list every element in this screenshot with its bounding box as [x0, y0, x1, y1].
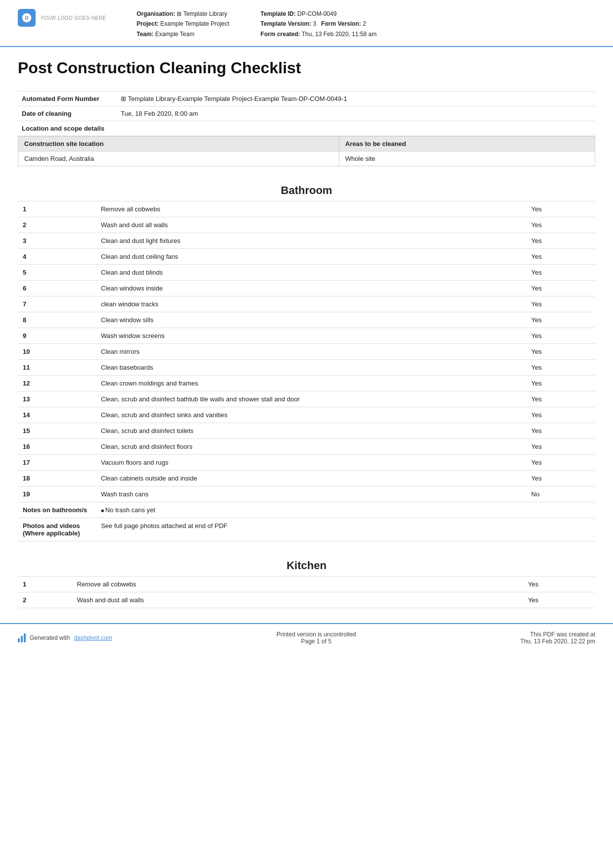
- form-created-label: Form created:: [261, 31, 302, 38]
- item-task: Wash trash cans: [96, 486, 526, 502]
- bathroom-item-row: 3 Clean and dust light fixtures Yes: [18, 233, 595, 249]
- header-meta: Organisation: ⊞ Template Library Project…: [137, 9, 595, 39]
- scope-table-wrap: Construction site location Areas to be c…: [18, 136, 595, 166]
- form-number-label: Automated Form Number: [18, 92, 117, 106]
- scope-location-value: Camden Road, Australia: [18, 151, 339, 166]
- item-task: Remove all cobwebs: [72, 577, 523, 592]
- info-table: Automated Form Number ⊞ Template Library…: [18, 91, 595, 136]
- item-number: 10: [18, 344, 96, 360]
- item-answer: Yes: [526, 423, 595, 439]
- bathroom-notes-value: No trash cans yet: [96, 502, 595, 518]
- logo-text: YOUR LOGO GOES HERE: [41, 15, 106, 21]
- bathroom-item-row: 15 Clean, scrub and disinfect toilets Ye…: [18, 423, 595, 439]
- bathroom-item-row: 8 Clean window sills Yes: [18, 312, 595, 328]
- footer-page: Page 1 of 5: [301, 638, 331, 645]
- footer-logo-bars: [18, 633, 26, 642]
- logo-icon: [18, 9, 36, 27]
- item-task: Wash and dust all walls: [72, 592, 523, 608]
- item-answer: Yes: [526, 328, 595, 344]
- form-number-value: ⊞ Template Library-Example Template Proj…: [117, 92, 595, 106]
- page-title: Post Construction Cleaning Checklist: [18, 59, 595, 82]
- bathroom-item-row: 18 Clean cabinets outside and inside Yes: [18, 471, 595, 486]
- footer-generated-text: Generated with: [30, 634, 70, 641]
- project-value: Example Template Project: [160, 20, 229, 27]
- item-task: Vacuum floors and rugs: [96, 455, 526, 471]
- item-answer: Yes: [523, 577, 595, 592]
- item-number: 7: [18, 296, 96, 312]
- item-number: 12: [18, 376, 96, 391]
- template-id-label: Template ID:: [261, 10, 297, 17]
- item-answer: Yes: [526, 281, 595, 296]
- header-meta-left: Organisation: ⊞ Template Library Project…: [137, 9, 229, 39]
- date-value: Tue, 18 Feb 2020, 8:00 am: [117, 106, 595, 121]
- scope-data-row: Camden Road, Australia Whole site: [18, 151, 595, 166]
- item-number: 19: [18, 486, 96, 502]
- project-label: Project:: [137, 20, 160, 27]
- scope-col-areas: Areas to be cleaned: [339, 137, 595, 151]
- scope-col-location: Construction site location: [18, 137, 339, 151]
- bathroom-photos-value: See full page photos attached at end of …: [96, 518, 595, 541]
- item-answer: Yes: [526, 233, 595, 249]
- team-label: Team:: [137, 31, 155, 38]
- item-number: 8: [18, 312, 96, 328]
- kitchen-item-row: 2 Wash and dust all walls Yes: [18, 592, 595, 608]
- item-number: 16: [18, 439, 96, 455]
- bathroom-checklist: 1 Remove all cobwebs Yes 2 Wash and dust…: [18, 201, 595, 541]
- footer-pdf-date: Thu, 13 Feb 2020, 12:22 pm: [520, 638, 595, 645]
- bathroom-photos-label: Photos and videos(Where applicable): [18, 518, 96, 541]
- item-answer: Yes: [526, 407, 595, 423]
- item-answer: Yes: [526, 360, 595, 376]
- item-answer: Yes: [526, 455, 595, 471]
- item-task: Clean and dust ceiling fans: [96, 249, 526, 265]
- item-task: Clean baseboards: [96, 360, 526, 376]
- bathroom-photos-row: Photos and videos(Where applicable) See …: [18, 518, 595, 541]
- item-task: Clean and dust blinds: [96, 265, 526, 281]
- item-number: 4: [18, 249, 96, 265]
- item-number: 2: [18, 592, 72, 608]
- bathroom-item-row: 4 Clean and dust ceiling fans Yes: [18, 249, 595, 265]
- bathroom-item-row: 7 clean window tracks Yes: [18, 296, 595, 312]
- form-created-value: Thu, 13 Feb 2020, 11:58 am: [302, 31, 377, 38]
- item-number: 1: [18, 201, 96, 217]
- info-row-location: Location and scope details: [18, 121, 595, 136]
- bathroom-item-row: 16 Clean, scrub and disinfect floors Yes: [18, 439, 595, 455]
- item-number: 6: [18, 281, 96, 296]
- template-version-value: 3: [313, 20, 316, 27]
- item-task: Clean cabinets outside and inside: [96, 471, 526, 486]
- item-task: Wash window screens: [96, 328, 526, 344]
- form-version-value: 2: [363, 20, 366, 27]
- item-task: Clean, scrub and disinfect floors: [96, 439, 526, 455]
- bathroom-item-row: 17 Vacuum floors and rugs Yes: [18, 455, 595, 471]
- kitchen-checklist: 1 Remove all cobwebs Yes 2 Wash and dust…: [18, 576, 595, 608]
- bar3: [24, 633, 26, 642]
- item-number: 15: [18, 423, 96, 439]
- scope-header-row: Construction site location Areas to be c…: [18, 137, 595, 151]
- item-number: 18: [18, 471, 96, 486]
- item-number: 13: [18, 391, 96, 407]
- team-value: Example Team: [155, 31, 194, 38]
- footer-link[interactable]: dashpivot.com: [74, 634, 112, 641]
- form-version-label: Form Version:: [321, 20, 363, 27]
- footer-center: Printed version is uncontrolled Page 1 o…: [277, 631, 356, 645]
- item-number: 9: [18, 328, 96, 344]
- footer-logo: [18, 633, 26, 642]
- bathroom-item-row: 11 Clean baseboards Yes: [18, 360, 595, 376]
- bathroom-item-row: 1 Remove all cobwebs Yes: [18, 201, 595, 217]
- bathroom-item-row: 10 Clean mirrors Yes: [18, 344, 595, 360]
- template-id-value: DP-COM-0049: [297, 10, 336, 17]
- item-task: Clean and dust light fixtures: [96, 233, 526, 249]
- item-answer: Yes: [526, 249, 595, 265]
- org-label: Organisation:: [137, 10, 177, 17]
- location-scope-label: Location and scope details: [18, 121, 595, 136]
- item-number: 17: [18, 455, 96, 471]
- item-answer: Yes: [526, 217, 595, 233]
- item-task: Clean mirrors: [96, 344, 526, 360]
- item-answer: Yes: [526, 312, 595, 328]
- bar1: [18, 638, 20, 642]
- item-answer: Yes: [526, 471, 595, 486]
- bathroom-notes-label: Notes on bathroom/s: [18, 502, 96, 518]
- item-task: Clean windows inside: [96, 281, 526, 296]
- item-task: Remove all cobwebs: [96, 201, 526, 217]
- bathroom-item-row: 5 Clean and dust blinds Yes: [18, 265, 595, 281]
- item-task: clean window tracks: [96, 296, 526, 312]
